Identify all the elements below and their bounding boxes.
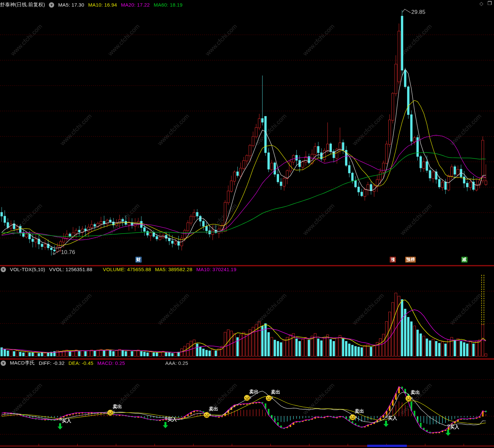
diamond-icon[interactable]: ◇ [479,1,483,7]
macd-value: MACD: 0.25 [97,360,125,366]
sad-face-icon [350,414,356,420]
vol-indicator-name: VOL-TDX(5,10) [10,267,45,272]
signal-label: 买入 [388,415,397,421]
ma20-value: MA20: 17.22 [121,2,150,8]
signal-label: 卖出 [411,390,420,396]
event-flag-badge[interactable]: 涨 [390,257,396,263]
ma60-value: MA60: 18.19 [154,2,183,8]
stock-chart-window: 舒泰神(日线.前复权) ∨ MA5: 17.30 MA10: 16.94 MA2… [0,0,494,448]
sad-face-icon [406,396,411,401]
chevron-down-icon[interactable]: ∨ [49,2,54,8]
signal-label: 卖出 [249,389,259,395]
macd-indicator-name: MACD李氏 [10,360,35,366]
chevron-down-icon[interactable]: ∨ [1,361,6,366]
window-restore-icon[interactable]: ❐ [487,0,492,6]
sad-face-icon [266,395,272,401]
signal-label: 买入 [450,424,459,430]
vvol-value: VVOL: 1256351.88 [49,267,92,272]
signal-label: 卖出 [355,408,364,414]
diff-value: DIFF: -0.32 [39,360,64,366]
vol-ma10-value: MA10: 370241.19 [196,267,236,272]
event-flag-badge[interactable]: 财 [135,257,142,263]
sad-face-icon [204,412,210,418]
signal-label: 买入 [167,417,177,423]
ma10-value: MA10: 16.94 [88,2,117,8]
signal-label: 卖出 [209,406,218,412]
sad-face-icon [107,410,113,416]
macd-panel-header: ∨ MACD李氏 DIFF: -0.32 DEA: -0.45 MACD: 0.… [1,360,188,366]
dea-value: DEA: -0.45 [68,360,93,366]
aaa-value: AAA: 0.25 [165,360,188,366]
signal-label: 卖出 [271,389,280,395]
stock-title: 舒泰神(日线.前复权) [0,2,45,8]
signal-label: 买入 [62,418,71,424]
vol-ma5-value: MA5: 389582.28 [155,267,193,272]
high-price-label: 29.85 [411,9,426,16]
event-flag-badge[interactable]: 减 [461,257,468,263]
ma5-value: MA5: 17.30 [58,2,84,8]
low-price-label: 10.76 [61,249,75,256]
chevron-down-icon[interactable]: ∨ [1,267,6,272]
chart-canvas[interactable] [0,0,494,448]
main-panel-header: 舒泰神(日线.前复权) ∨ MA5: 17.30 MA10: 16.94 MA2… [0,2,183,8]
signal-label: 卖出 [113,404,122,410]
volume-value: VOLUME: 475655.88 [103,267,151,272]
volume-panel-header: ∨ VOL-TDX(5,10) VVOL: 1256351.88 VOLUME:… [1,267,236,272]
event-flag-badge[interactable]: 预榜 [405,257,416,263]
